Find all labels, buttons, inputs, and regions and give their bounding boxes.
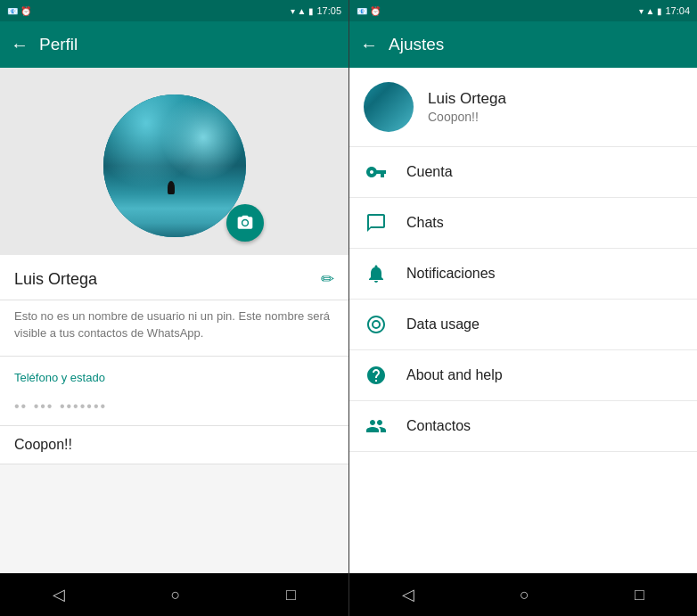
- avatar-image: [364, 82, 414, 132]
- battery-icon: ▮: [308, 6, 314, 16]
- wifi-icon: ▾: [291, 6, 295, 16]
- alarm-icon: ⏰: [20, 6, 31, 16]
- phone-field: •• ••• •••••••: [0, 388, 348, 426]
- cuenta-label: Cuenta: [406, 164, 453, 180]
- signal-icon-r: ▲: [646, 6, 655, 16]
- menu-item-notificaciones[interactable]: Notificaciones: [349, 249, 697, 300]
- edit-name-button[interactable]: ✏: [321, 269, 334, 289]
- contacts-icon: [364, 415, 389, 437]
- contactos-label: Contactos: [406, 418, 471, 434]
- time-left: 17:05: [316, 5, 341, 16]
- user-status: Coopon!!: [428, 110, 506, 124]
- system-icons-left: ▾ ▲ ▮ 17:05: [291, 5, 341, 16]
- wifi-icon-r: ▾: [639, 6, 644, 16]
- toolbar-title-left: Perfil: [39, 35, 78, 54]
- profile-photo: [103, 94, 246, 237]
- data-usage-label: Data usage: [406, 316, 480, 333]
- user-avatar: [364, 82, 414, 132]
- signal-icon: ▲: [298, 6, 307, 16]
- nav-bar-left: ◁ ○ □: [0, 573, 348, 616]
- camera-fab-button[interactable]: [226, 204, 264, 242]
- notification-icons-right: 📧 ⏰: [357, 6, 381, 16]
- nav-back-right[interactable]: ◁: [384, 578, 432, 612]
- section-label-text: Teléfono y estado: [14, 371, 105, 384]
- time-right: 17:04: [665, 5, 690, 16]
- menu-item-chats[interactable]: Chats: [349, 198, 697, 249]
- menu-item-data-usage[interactable]: Data usage: [349, 300, 697, 350]
- profile-name: Luis Ortega: [14, 270, 97, 289]
- camera-icon: [236, 214, 254, 232]
- battery-icon-r: ▮: [657, 6, 662, 16]
- alarm-icon-r: ⏰: [370, 6, 381, 16]
- nav-recents-right[interactable]: □: [617, 579, 662, 612]
- left-screen: 📧 ⏰ ▾ ▲ ▮ 17:05 ← Perfil: [0, 0, 348, 616]
- user-name: Luis Ortega: [428, 90, 506, 108]
- settings-content: Luis Ortega Coopon!! Cuenta Chats: [349, 68, 697, 573]
- menu-item-cuenta[interactable]: Cuenta: [349, 147, 697, 198]
- nav-back-left[interactable]: ◁: [35, 578, 83, 612]
- toolbar-left: ← Perfil: [0, 21, 348, 68]
- toolbar-right: ← Ajustes: [349, 21, 697, 68]
- profile-photo-section: [0, 68, 348, 255]
- notification-icons-left: 📧 ⏰: [7, 6, 31, 16]
- section-label-phone: Teléfono y estado: [0, 357, 348, 388]
- menu-item-about-help[interactable]: About and help: [349, 350, 697, 401]
- back-button-left[interactable]: ←: [11, 35, 29, 55]
- nav-recents-left[interactable]: □: [268, 579, 314, 612]
- chats-label: Chats: [406, 215, 444, 231]
- bell-icon: [364, 263, 389, 284]
- system-icons-right: ▾ ▲ ▮ 17:04: [639, 5, 690, 16]
- profile-content: Luis Ortega ✏ Esto no es un nombre de us…: [0, 68, 348, 573]
- status-bar-right: 📧 ⏰ ▾ ▲ ▮ 17:04: [349, 0, 697, 21]
- notificaciones-label: Notificaciones: [406, 266, 496, 282]
- key-icon: [364, 161, 389, 183]
- about-help-label: About and help: [406, 367, 503, 383]
- nav-home-left[interactable]: ○: [153, 579, 199, 612]
- profile-hint-text: Esto no es un nombre de usuario ni un pi…: [14, 309, 330, 340]
- svg-point-0: [373, 321, 380, 328]
- user-info: Luis Ortega Coopon!!: [428, 90, 506, 124]
- right-screen: 📧 ⏰ ▾ ▲ ▮ 17:04 ← Ajustes Luis Ortega Co…: [348, 0, 697, 616]
- user-profile-row[interactable]: Luis Ortega Coopon!!: [349, 68, 697, 147]
- data-usage-icon: [364, 314, 389, 335]
- wave-background: [103, 94, 246, 237]
- bio-field: Coopon!!: [0, 426, 348, 464]
- profile-hint-section: Esto no es un nombre de usuario ni un pi…: [0, 300, 348, 357]
- profile-name-section: Luis Ortega ✏: [0, 255, 348, 300]
- chat-icon: [364, 212, 389, 234]
- phone-value: •• ••• •••••••: [14, 398, 107, 414]
- help-icon: [364, 365, 389, 386]
- toolbar-title-right: Ajustes: [389, 35, 444, 54]
- status-bar-left: 📧 ⏰ ▾ ▲ ▮ 17:05: [0, 0, 348, 21]
- back-button-right[interactable]: ←: [360, 35, 378, 55]
- surf-photo: [103, 94, 246, 237]
- notification-icon-r: 📧: [357, 6, 367, 16]
- notification-icon: 📧: [7, 6, 18, 16]
- nav-home-right[interactable]: ○: [502, 579, 547, 612]
- bio-value: Coopon!!: [14, 437, 72, 452]
- menu-item-contactos[interactable]: Contactos: [349, 401, 697, 452]
- nav-bar-right: ◁ ○ □: [349, 573, 697, 616]
- surfer-figure: [168, 181, 175, 194]
